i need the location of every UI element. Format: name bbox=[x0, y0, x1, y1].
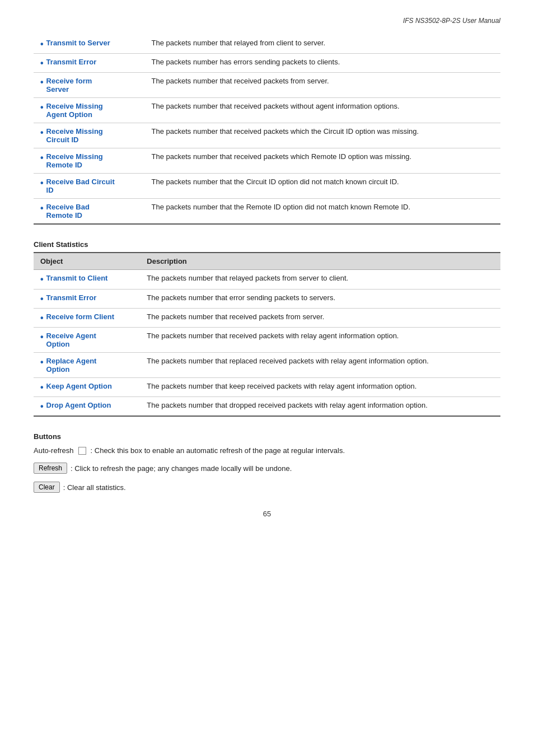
col-description: Description bbox=[140, 253, 500, 270]
object-label: Receive MissingCircuit ID bbox=[46, 127, 103, 144]
server-table: • Transmit to Server The packets number … bbox=[34, 35, 500, 225]
refresh-btn-line: Refresh : Click to refresh the page; any… bbox=[34, 463, 500, 474]
bullet-dot: • bbox=[40, 77, 44, 87]
table-row: • Receive BadRemote ID The packets numbe… bbox=[34, 199, 500, 225]
object-label: Receive AgentOption bbox=[46, 332, 96, 348]
object-label: Receive formServer bbox=[46, 77, 92, 94]
object-cell: • Receive AgentOption bbox=[34, 327, 140, 352]
bullet-dot: • bbox=[40, 332, 44, 342]
description-cell: The packets number that relayed from cli… bbox=[145, 35, 500, 54]
object-cell: • Receive form Client bbox=[34, 308, 140, 327]
client-statistics-table: Object Description • Transmit to Client … bbox=[34, 252, 500, 417]
object-label: Receive MissingRemote ID bbox=[46, 152, 103, 169]
table-row: • Transmit to Server The packets number … bbox=[34, 35, 500, 54]
object-label: Transmit to Server bbox=[46, 39, 110, 47]
bullet-dot: • bbox=[40, 152, 44, 163]
table-row: • Receive AgentOption The packets number… bbox=[34, 327, 500, 352]
clear-btn-line: Clear : Clear all statistics. bbox=[34, 482, 500, 493]
object-label: Receive MissingAgent Option bbox=[46, 102, 103, 119]
object-cell: • Transmit to Server bbox=[34, 35, 145, 54]
bullet-dot: • bbox=[40, 58, 44, 68]
table-row: • Receive formServer The packets number … bbox=[34, 73, 500, 98]
buttons-section: Buttons Auto-refresh : Check this box to… bbox=[34, 432, 500, 493]
object-label: Transmit to Client bbox=[46, 274, 108, 282]
object-cell: • Receive MissingAgent Option bbox=[34, 98, 145, 123]
description-cell: The packets number that the Circuit ID o… bbox=[145, 174, 500, 199]
description-cell: The packets number that error sending pa… bbox=[140, 289, 500, 308]
description-cell: The packets number that received packets… bbox=[145, 73, 500, 98]
refresh-desc: : Click to refresh the page; any changes… bbox=[71, 464, 292, 473]
auto-refresh-desc: : Check this box to enable an automatic … bbox=[91, 446, 345, 455]
description-cell: The packets number that the Remote ID op… bbox=[145, 199, 500, 225]
object-cell: • Transmit to Client bbox=[34, 270, 140, 289]
object-cell: • Receive Bad CircuitID bbox=[34, 174, 145, 199]
table-row: • Drop Agent Option The packets number t… bbox=[34, 397, 500, 417]
table-row: • Transmit Error The packets number has … bbox=[34, 54, 500, 73]
object-cell: • Receive BadRemote ID bbox=[34, 199, 145, 225]
description-cell: The packets number that received packets… bbox=[145, 123, 500, 148]
bullet-dot: • bbox=[40, 127, 44, 138]
client-statistics-title: Client Statistics bbox=[34, 240, 500, 249]
bullet-dot: • bbox=[40, 102, 44, 113]
bullet-dot: • bbox=[40, 401, 44, 412]
auto-refresh-line: Auto-refresh : Check this box to enable … bbox=[34, 446, 500, 455]
description-cell: The packets number that received packets… bbox=[145, 148, 500, 174]
table-header-row: Object Description bbox=[34, 253, 500, 270]
object-label: Drop Agent Option bbox=[46, 401, 111, 409]
object-label: Replace AgentOption bbox=[46, 357, 97, 374]
object-cell: • Receive formServer bbox=[34, 73, 145, 98]
table-row: • Transmit Error The packets number that… bbox=[34, 289, 500, 308]
bullet-dot: • bbox=[40, 39, 44, 49]
object-label: Transmit Error bbox=[46, 293, 97, 302]
object-label: Receive Bad CircuitID bbox=[46, 178, 115, 194]
object-cell: • Transmit Error bbox=[34, 289, 140, 308]
object-label: Receive BadRemote ID bbox=[46, 203, 90, 220]
description-cell: The packets number that relayed packets … bbox=[140, 270, 500, 289]
table-row: • Keep Agent Option The packets number t… bbox=[34, 377, 500, 396]
manual-title: IFS NS3502-8P-2S User Manual bbox=[403, 17, 500, 25]
buttons-section-title: Buttons bbox=[34, 432, 500, 441]
description-cell: The packets number that received packets… bbox=[140, 327, 500, 352]
description-cell: The packets number has errors sending pa… bbox=[145, 54, 500, 73]
table-row: • Transmit to Client The packets number … bbox=[34, 270, 500, 289]
bullet-dot: • bbox=[40, 274, 44, 284]
object-label: Receive form Client bbox=[46, 312, 114, 321]
bullet-dot: • bbox=[40, 382, 44, 393]
clear-desc: : Clear all statistics. bbox=[63, 483, 126, 492]
clear-button[interactable]: Clear bbox=[34, 482, 60, 493]
bullet-dot: • bbox=[40, 293, 44, 304]
object-cell: • Drop Agent Option bbox=[34, 397, 140, 417]
table-row: • Receive MissingAgent Option The packet… bbox=[34, 98, 500, 123]
object-label: Transmit Error bbox=[46, 58, 97, 66]
auto-refresh-checkbox[interactable] bbox=[78, 447, 86, 455]
object-cell: • Transmit Error bbox=[34, 54, 145, 73]
refresh-button[interactable]: Refresh bbox=[34, 463, 67, 474]
object-cell: • Receive MissingRemote ID bbox=[34, 148, 145, 174]
description-cell: The packets number that keep received pa… bbox=[140, 377, 500, 396]
auto-refresh-label: Auto-refresh bbox=[34, 446, 74, 455]
table-row: • Receive form Client The packets number… bbox=[34, 308, 500, 327]
bullet-dot: • bbox=[40, 203, 44, 213]
table-row: • Replace AgentOption The packets number… bbox=[34, 352, 500, 377]
table-row: • Receive Bad CircuitID The packets numb… bbox=[34, 174, 500, 199]
description-cell: The packets number that received packets… bbox=[140, 308, 500, 327]
bullet-dot: • bbox=[40, 178, 44, 188]
table-row: • Receive MissingRemote ID The packets n… bbox=[34, 148, 500, 174]
object-cell: • Keep Agent Option bbox=[34, 377, 140, 396]
bullet-dot: • bbox=[40, 312, 44, 323]
client-statistics-section: Client Statistics Object Description • T… bbox=[34, 240, 500, 417]
description-cell: The packets number that replaced receive… bbox=[140, 352, 500, 377]
bullet-dot: • bbox=[40, 357, 44, 367]
table-row: • Receive MissingCircuit ID The packets … bbox=[34, 123, 500, 148]
object-cell: • Replace AgentOption bbox=[34, 352, 140, 377]
col-object: Object bbox=[34, 253, 140, 270]
header-right: IFS NS3502-8P-2S User Manual bbox=[34, 17, 500, 25]
page-number: 65 bbox=[34, 510, 500, 518]
object-label: Keep Agent Option bbox=[46, 382, 112, 390]
object-cell: • Receive MissingCircuit ID bbox=[34, 123, 145, 148]
description-cell: The packets number that received packets… bbox=[145, 98, 500, 123]
description-cell: The packets number that dropped received… bbox=[140, 397, 500, 417]
